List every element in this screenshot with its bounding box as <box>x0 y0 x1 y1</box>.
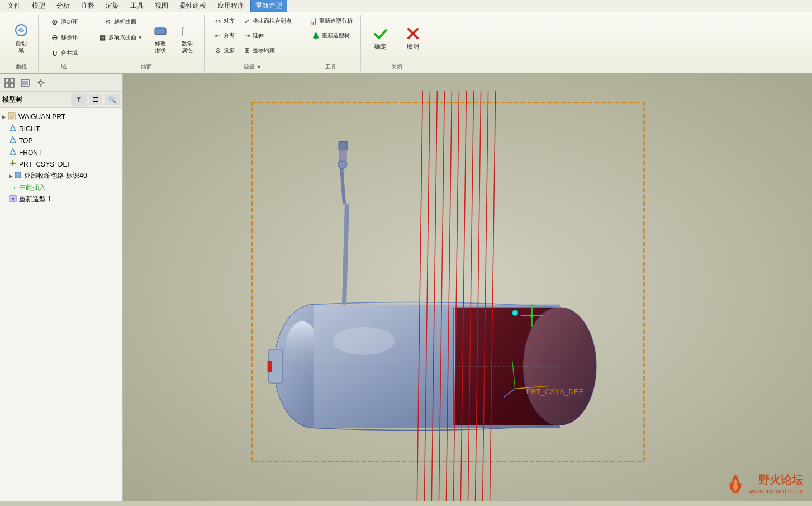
merge-domain-button[interactable]: ∪ 合并域 <box>44 46 83 60</box>
tree-item-right-label: RIGHT <box>19 125 40 133</box>
tree-item-remodel1[interactable]: ★ 重新造型 1 <box>0 193 122 205</box>
menu-item-file[interactable]: 文件 <box>2 0 26 12</box>
svg-rect-74 <box>268 361 272 372</box>
svg-point-11 <box>39 81 42 84</box>
analyze-surface-button[interactable]: ⚙ 解析曲面 <box>94 15 146 29</box>
extend-label: 延伸 <box>253 32 264 39</box>
tree-icon-external <box>14 171 22 181</box>
tree-item-external-label: 外部收缩包络 标识40 <box>24 171 87 181</box>
sidebar-grid-icon[interactable] <box>2 75 17 90</box>
cancel-button[interactable]: 取消 <box>399 22 427 54</box>
auto-region-icon <box>12 21 30 39</box>
remodel-analysis-button[interactable]: 📊 重新造型分析 <box>306 15 356 28</box>
ribbon-content: 自动域 曲线 ⊕ 添加环 ⊖ 移除环 ∪ <box>0 12 812 73</box>
add-loop-button[interactable]: ⊕ 添加环 <box>44 15 83 29</box>
ribbon-group-tools: 📊 重新造型分析 🌲 重新造型树 工具 <box>301 15 361 71</box>
add-loop-label: 添加环 <box>61 18 78 25</box>
tree-item-right[interactable]: RIGHT <box>0 123 122 135</box>
project-label: 投影 <box>224 47 235 54</box>
sidebar-settings-icon[interactable] <box>34 75 48 90</box>
ribbon-group-curves-label: 曲线 <box>9 62 34 71</box>
fit-surface-button[interactable]: ⤢ 将曲面拟合到点 <box>239 15 295 28</box>
align-button[interactable]: ⇔ 对齐 <box>210 15 238 28</box>
logo-flame-icon <box>724 472 747 494</box>
remodel-tree-label: 重新造型树 <box>322 32 350 39</box>
menu-item-model[interactable]: 模型 <box>27 0 50 12</box>
tree-item-external[interactable]: ▶ 外部收缩包络 标识40 <box>0 170 122 182</box>
menu-item-view[interactable]: 视图 <box>150 0 173 12</box>
math-property-icon: ∫ <box>178 21 196 39</box>
tree-item-root-label: WAIGUAN.PRT <box>18 113 65 121</box>
project-icon: ⊙ <box>213 46 222 55</box>
ribbon: 自动域 曲线 ⊕ 添加环 ⊖ 移除环 ∪ <box>0 12 812 74</box>
separate-button[interactable]: ⇤ 分离 <box>210 29 238 42</box>
remove-loop-label: 移除环 <box>61 34 78 41</box>
project-button[interactable]: ⊙ 投影 <box>210 44 238 57</box>
sidebar-menu-button[interactable]: ☰ <box>89 94 102 105</box>
multi-surface-label: 多项式曲面 ▼ <box>108 34 143 41</box>
menu-item-annotation[interactable]: 注释 <box>76 0 99 12</box>
tree-icon-insert: → <box>9 183 17 192</box>
remodel-analysis-icon: 📊 <box>309 17 318 26</box>
cancel-label: 取消 <box>407 42 419 51</box>
tree-item-insert-label: 在此插入 <box>19 183 46 192</box>
show-constraint-button[interactable]: ⊞ 显示约束 <box>239 44 278 57</box>
ribbon-group-surface-buttons: ⚙ 解析曲面 ▦ 多项式曲面 ▼ <box>94 15 200 60</box>
tree-arrow-external: ▶ <box>9 173 13 179</box>
menu-item-remodel[interactable]: 重新造型 <box>250 0 287 12</box>
show-constraint-label: 显示约束 <box>253 47 275 54</box>
tree-item-csys[interactable]: PRT_CSYS_DEF <box>0 158 122 170</box>
sidebar-search-button[interactable]: 🔍 <box>105 94 120 105</box>
fit-surface-icon: ⤢ <box>243 17 251 26</box>
sidebar-preview-icon[interactable] <box>18 75 32 90</box>
tree-icon-remodel1: ★ <box>9 195 17 204</box>
menu-item-analysis[interactable]: 分析 <box>51 0 75 12</box>
menu-item-tools[interactable]: 工具 <box>125 0 149 12</box>
remove-loop-button[interactable]: ⊖ 移除环 <box>44 30 83 45</box>
auto-region-button[interactable]: 自动域 <box>9 15 34 60</box>
confirm-button[interactable]: 确定 <box>367 22 395 54</box>
tree-item-insert[interactable]: → 在此插入 <box>0 182 122 193</box>
svg-rect-6 <box>10 78 14 82</box>
ribbon-group-close: 确定 取消 关闭 <box>362 15 431 71</box>
menu-item-render[interactable]: 渲染 <box>101 0 124 12</box>
ribbon-group-surface-label: 曲面 <box>94 62 200 71</box>
svg-rect-10 <box>22 81 28 85</box>
logo-text-main: 野火论坛 <box>749 472 803 488</box>
tree-icon-right <box>9 124 17 134</box>
modify-shape-button[interactable]: 修改形状 <box>148 15 173 60</box>
tree-item-top-label: TOP <box>19 137 32 145</box>
tree-item-top[interactable]: TOP <box>0 135 122 146</box>
extend-button[interactable]: ⇥ 延伸 <box>239 29 267 42</box>
ribbon-group-edit-buttons: ⇔ 对齐 ⤢ 将曲面拟合到点 ⇤ 分离 <box>210 15 295 60</box>
menu-item-flexible[interactable]: 柔性建模 <box>174 0 211 12</box>
ribbon-group-edit: ⇔ 对齐 ⤢ 将曲面拟合到点 ⇤ 分离 <box>206 15 300 71</box>
math-property-button[interactable]: ∫ 数学属性 <box>175 15 200 60</box>
tree-item-root[interactable]: ▶ WAIGUAN.PRT <box>0 110 122 123</box>
sidebar-filter-button[interactable] <box>71 93 87 106</box>
viewport[interactable]: PRT_CSYS_DEF 野火论坛 www.proewildfire.cn <box>123 74 812 501</box>
separate-icon: ⇤ <box>213 31 222 40</box>
remove-loop-icon: ⊖ <box>50 32 60 42</box>
tree-icon-top <box>9 136 17 145</box>
ribbon-group-domain-buttons: ⊕ 添加环 ⊖ 移除环 ∪ 合并域 <box>44 15 83 60</box>
ribbon-group-tools-label: 工具 <box>306 62 356 71</box>
remodel-tree-button[interactable]: 🌲 重新造型树 <box>306 29 356 42</box>
multi-surface-button[interactable]: ▦ 多项式曲面 ▼ <box>94 30 146 45</box>
svg-rect-7 <box>5 83 9 87</box>
tree-item-front[interactable]: FRONT <box>0 146 122 158</box>
analyze-surface-label: 解析曲面 <box>114 18 136 25</box>
svg-text:★: ★ <box>11 196 15 202</box>
analyze-surface-icon: ⚙ <box>103 17 113 27</box>
3d-scene: PRT_CSYS_DEF <box>123 74 812 501</box>
svg-rect-8 <box>10 83 14 87</box>
sidebar-toolbar: 模型树 ☰ 🔍 <box>0 92 122 108</box>
separate-label: 分离 <box>224 32 235 39</box>
menu-item-apps[interactable]: 应用程序 <box>212 0 249 12</box>
fit-surface-label: 将曲面拟合到点 <box>253 18 292 25</box>
sidebar-title: 模型树 <box>2 95 69 105</box>
tree-item-csys-label: PRT_CSYS_DEF <box>19 160 72 168</box>
merge-domain-label: 合并域 <box>61 50 78 56</box>
ribbon-group-curves-buttons: 自动域 <box>9 15 34 60</box>
extend-icon: ⇥ <box>243 31 251 40</box>
